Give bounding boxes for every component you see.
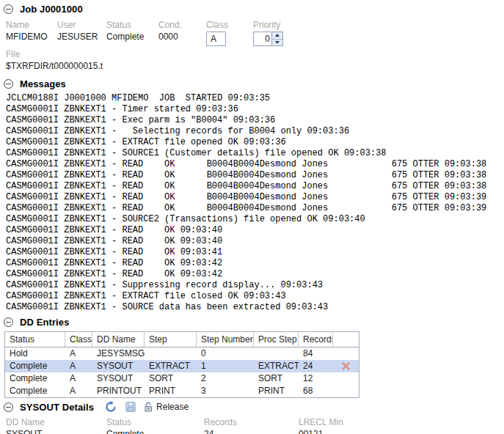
sysout-toolbar: Release: [105, 401, 197, 413]
sysout-status-label: Status: [106, 417, 204, 427]
table-row[interactable]: Complete A PRINTOUT PRINT 3 PRINT 68: [5, 385, 359, 397]
log-line: CASMG0001I ZBNKEXT1 - Timer started 09:0…: [6, 104, 504, 115]
status-value: Complete: [106, 32, 158, 43]
messages-section: Messages JCLCM0188I J0001000 MFIDEMO JOB…: [0, 78, 504, 313]
class-input[interactable]: [206, 32, 226, 46]
column-header-actions: [333, 332, 359, 347]
column-header-proc-step[interactable]: Proc Step: [254, 332, 299, 347]
name-label: Name: [6, 20, 57, 30]
priority-label: Priority: [253, 20, 283, 30]
table-body: Hold A JESYSMSG 0 84 Complete A SYSOUT E…: [5, 347, 359, 397]
sysout-fields: DD Name SYSOUT Status Complete Records 2…: [6, 417, 504, 434]
cell-dd-name: SYSOUT: [92, 372, 145, 385]
cell-status: Complete: [5, 385, 65, 397]
log-line: CASMG0001I ZBNKEXT1 - READ OK B0004B0004…: [6, 203, 504, 214]
table-row-selected[interactable]: Complete A SYSOUT EXTRACT 1 EXTRACT 24: [5, 360, 359, 372]
file-field: File $TXRFDIR/t000000015.t: [6, 49, 504, 72]
column-header-class[interactable]: Class: [65, 332, 92, 347]
cond-value: 0000: [158, 32, 206, 43]
status-label: Status: [106, 20, 158, 30]
cell-proc-step: PRINT: [254, 385, 299, 397]
messages-title: Messages: [20, 78, 66, 89]
dd-entries-title: DD Entries: [20, 317, 69, 328]
name-value: MFIDEMO: [6, 32, 57, 43]
column-header-dd-name[interactable]: DD Name: [92, 332, 145, 347]
log-line: CASMG0001I ZBNKEXT1 - READ OK B0004B0004…: [6, 181, 504, 192]
table-row[interactable]: Hold A JESYSMSG 0 84: [5, 347, 359, 360]
sysout-records-value: 24: [204, 429, 299, 434]
sysout-dd-name-label: DD Name: [6, 417, 106, 427]
cell-step-number: 3: [197, 385, 254, 397]
cell-records: 12: [299, 372, 333, 385]
column-header-records[interactable]: Records: [299, 332, 333, 347]
cell-class: A: [65, 372, 92, 385]
cell-actions: [333, 372, 359, 385]
collapse-sysout-icon[interactable]: [4, 402, 13, 412]
log-line: CASMG0001I ZBNKEXT1 - SOURCE1 (Customer …: [6, 148, 504, 159]
job-title: Job J0001000: [20, 4, 83, 15]
cell-records: 84: [299, 347, 333, 360]
collapse-messages-icon[interactable]: [4, 79, 13, 89]
column-header-status[interactable]: Status: [5, 332, 65, 347]
release-button[interactable]: Release: [145, 402, 189, 412]
delete-x-icon[interactable]: [341, 361, 351, 371]
priority-stepper[interactable]: [253, 32, 283, 46]
open-padlock-icon: [145, 402, 153, 412]
collapse-dd-entries-icon[interactable]: [4, 317, 13, 327]
dd-entries-table: Status Class DD Name Step Step Number Pr…: [4, 331, 359, 398]
sysout-records-label: Records: [204, 417, 299, 427]
sysout-dd-name-value: SYSOUT: [6, 429, 106, 434]
cell-status: Complete: [5, 360, 65, 372]
log-line: CASMG0001I ZBNKEXT1 - EXTRACT file opene…: [6, 137, 504, 148]
cell-records: 68: [299, 385, 333, 397]
cell-actions: [333, 347, 359, 360]
cell-actions: [333, 385, 359, 397]
refresh-button[interactable]: [105, 401, 117, 413]
cell-proc-step: EXTRACT: [254, 360, 299, 372]
log-line: CASMG0001I ZBNKEXT1 - READ OK 09:03:40: [6, 225, 504, 236]
cell-step-number: 1: [197, 360, 254, 372]
collapse-job-icon[interactable]: [4, 4, 13, 14]
column-header-step-number[interactable]: Step Number: [197, 332, 254, 347]
cell-class: A: [65, 360, 92, 372]
cell-proc-step: [254, 347, 299, 360]
save-button[interactable]: [125, 402, 136, 412]
cell-proc-step: SORT: [254, 372, 299, 385]
log-line: CASMG0001I ZBNKEXT1 - READ OK 09:03:40: [6, 236, 504, 247]
log-line: CASMG0001I ZBNKEXT1 - READ OK B0004B0004…: [6, 159, 504, 170]
cond-label: Cond.: [158, 20, 206, 30]
sysout-status-value: Complete: [106, 429, 204, 434]
release-label: Release: [156, 402, 189, 412]
log-line: CASMG0001I ZBNKEXT1 - READ OK B0004B0004…: [6, 170, 504, 181]
job-section: Job J0001000 Name MFIDEMO User JESUSER S…: [0, 0, 504, 72]
user-label: User: [57, 20, 106, 30]
down-triangle-icon: [275, 41, 280, 44]
file-value: $TXRFDIR/t000000015.t: [6, 61, 504, 72]
cell-step: SORT: [145, 372, 197, 385]
sysout-lrecl-min-value: 00121: [299, 429, 343, 434]
table-row[interactable]: Complete A SYSOUT SORT 2 SORT 12: [5, 372, 359, 385]
file-label: File: [6, 49, 504, 59]
log-line: CASMG0001I ZBNKEXT1 - READ OK 09:03:42: [6, 258, 504, 269]
cell-status: Complete: [5, 372, 65, 385]
log-line: JCLCM0188I J0001000 MFIDEMO JOB STARTED …: [6, 93, 504, 104]
priority-down-button[interactable]: [272, 39, 282, 46]
dd-entries-section: DD Entries Status Class DD Name Step Ste…: [0, 317, 504, 398]
sysout-details-section: SYSOUT Details: [0, 401, 504, 434]
cell-step: PRINT: [145, 385, 197, 397]
column-header-step[interactable]: Step: [145, 332, 197, 347]
log-line: CASMG0001I ZBNKEXT1 - Suppressing record…: [6, 280, 504, 291]
log-line: CASMG0001I ZBNKEXT1 - SOURCE data has be…: [6, 302, 504, 313]
cell-step-number: 0: [197, 347, 254, 360]
cell-step: EXTRACT: [145, 360, 197, 372]
sysout-lrecl-min-label: LRECL Min: [299, 417, 343, 427]
cell-dd-name: JESYSMSG: [92, 347, 145, 360]
up-triangle-icon: [275, 34, 280, 37]
cell-actions: [333, 360, 359, 372]
log-line: CASMG0001I ZBNKEXT1 - READ OK B0004B0004…: [6, 192, 504, 203]
cell-step: [145, 347, 197, 360]
save-floppy-icon: [125, 402, 136, 412]
priority-up-button[interactable]: [272, 32, 282, 39]
priority-input[interactable]: [254, 32, 271, 45]
class-label: Class: [206, 20, 253, 30]
